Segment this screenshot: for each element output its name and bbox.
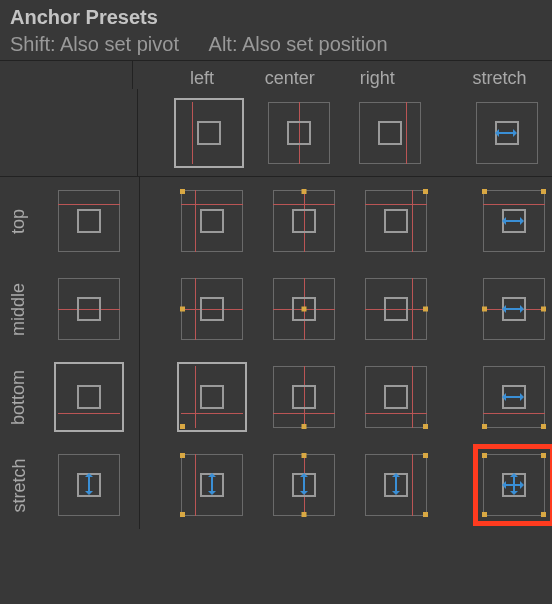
alt-hint: Alt: Also set position xyxy=(209,33,388,56)
preset-top-left[interactable] xyxy=(166,177,258,265)
shift-hint: Shift: Also set pivot xyxy=(10,33,179,56)
row-label-middle: middle xyxy=(0,265,38,353)
row-label-stretch: stretch xyxy=(0,441,38,529)
col-ref-stretch[interactable] xyxy=(461,89,552,177)
preset-bottom-stretch[interactable] xyxy=(468,353,552,441)
row-stretch xyxy=(140,441,552,529)
column-header-row xyxy=(0,89,552,177)
row-ref-top[interactable] xyxy=(38,177,140,265)
popup-title: Anchor Presets xyxy=(10,6,542,29)
preset-top-center[interactable] xyxy=(258,177,350,265)
header: Anchor Presets Shift: Also set pivot Alt… xyxy=(0,0,552,61)
row-label-top: top xyxy=(0,177,38,265)
preset-stretch-center[interactable] xyxy=(258,441,350,529)
row-label-bottom: bottom xyxy=(0,353,38,441)
preset-stretch-stretch[interactable] xyxy=(468,441,552,529)
row-ref-bottom[interactable] xyxy=(38,353,140,441)
preset-stretch-right[interactable] xyxy=(350,441,442,529)
row-labels: top middle bottom stretch xyxy=(0,177,38,529)
row-ref-stretch[interactable] xyxy=(38,441,140,529)
preset-bottom-left[interactable] xyxy=(166,353,258,441)
col-label-center: center xyxy=(246,68,334,89)
row-ref-middle[interactable] xyxy=(38,265,140,353)
anchor-presets-popup: Anchor Presets Shift: Also set pivot Alt… xyxy=(0,0,552,604)
preset-middle-right[interactable] xyxy=(350,265,442,353)
col-ref-center[interactable] xyxy=(254,89,345,177)
preset-middle-left[interactable] xyxy=(166,265,258,353)
preset-top-stretch[interactable] xyxy=(468,177,552,265)
col-label-right: right xyxy=(334,68,422,89)
preset-middle-center[interactable] xyxy=(258,265,350,353)
popup-subtitle: Shift: Also set pivot Alt: Also set posi… xyxy=(10,33,542,56)
preset-bottom-center[interactable] xyxy=(258,353,350,441)
preset-grid: left center right stretch xyxy=(0,61,552,529)
col-ref-right[interactable] xyxy=(345,89,436,177)
row-bottom xyxy=(140,353,552,441)
preset-stretch-left[interactable] xyxy=(166,441,258,529)
preset-top-right[interactable] xyxy=(350,177,442,265)
preset-middle-stretch[interactable] xyxy=(468,265,552,353)
row-top xyxy=(140,177,552,265)
col-ref-left[interactable] xyxy=(164,89,255,177)
col-label-left: left xyxy=(158,68,246,89)
col-label-stretch: stretch xyxy=(447,68,552,89)
preset-bottom-right[interactable] xyxy=(350,353,442,441)
row-middle xyxy=(140,265,552,353)
column-labels: left center right stretch xyxy=(0,61,552,89)
